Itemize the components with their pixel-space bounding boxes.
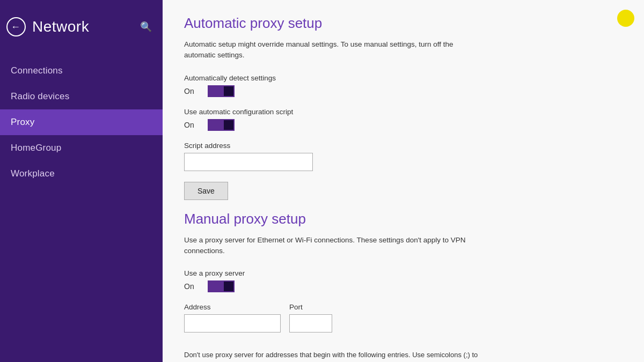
sidebar-item-workplace[interactable]: Workplace <box>0 161 163 187</box>
main-content: Automatic proxy setup Automatic setup mi… <box>163 0 644 362</box>
auto-detect-label: Automatically detect settings <box>184 74 623 82</box>
auto-config-toggle-row: On <box>184 119 623 131</box>
sidebar-item-connections[interactable]: Connections <box>0 58 163 84</box>
search-icon: 🔍 <box>140 21 152 32</box>
script-address-label: Script address <box>184 142 623 150</box>
sidebar-title: Network <box>32 18 89 35</box>
use-proxy-state: On <box>184 282 199 291</box>
save-button[interactable]: Save <box>184 182 228 200</box>
back-button[interactable]: ← <box>6 17 26 36</box>
auto-config-state: On <box>184 121 199 129</box>
script-address-field: Script address <box>184 142 623 171</box>
auto-config-toggle-thumb <box>224 120 233 130</box>
sidebar: ← Network 🔍 Connections Radio devices Pr… <box>0 0 163 362</box>
sidebar-header: ← Network 🔍 <box>0 0 163 54</box>
auto-config-toggle[interactable] <box>208 119 235 131</box>
use-proxy-toggle-thumb <box>224 282 233 291</box>
sidebar-item-radio-devices[interactable]: Radio devices <box>0 84 163 109</box>
sidebar-item-homegroup[interactable]: HomeGroup <box>0 135 163 161</box>
auto-detect-state: On <box>184 87 199 95</box>
auto-detect-setting: Automatically detect settings On <box>184 74 623 97</box>
auto-detect-toggle-row: On <box>184 85 623 97</box>
auto-config-setting: Use automatic configuration script On <box>184 108 623 131</box>
sidebar-nav: Connections Radio devices Proxy HomeGrou… <box>0 58 163 187</box>
auto-config-label: Use automatic configuration script <box>184 108 623 116</box>
automatic-section-desc: Automatic setup might override manual se… <box>184 39 485 61</box>
use-proxy-toggle-row: On <box>184 280 623 292</box>
address-port-row: Address Port <box>184 303 623 341</box>
manual-section-desc: Use a proxy server for Ethernet or Wi-Fi… <box>184 235 485 257</box>
automatic-section-title: Automatic proxy setup <box>184 15 623 32</box>
sidebar-item-proxy[interactable]: Proxy <box>0 109 163 135</box>
auto-detect-toggle[interactable] <box>208 85 235 97</box>
script-address-input[interactable] <box>184 153 313 171</box>
exceptions-note: Don't use proxy server for addresses tha… <box>184 350 485 362</box>
port-field: Port <box>289 303 332 333</box>
manual-proxy-section: Manual proxy setup Use a proxy server fo… <box>184 211 623 363</box>
use-proxy-toggle[interactable] <box>208 280 235 292</box>
address-input[interactable] <box>184 314 281 333</box>
back-arrow-icon: ← <box>11 22 20 32</box>
manual-section-title: Manual proxy setup <box>184 211 623 227</box>
address-label: Address <box>184 303 281 311</box>
auto-detect-toggle-thumb <box>224 86 233 96</box>
address-field: Address <box>184 303 281 333</box>
use-proxy-label: Use a proxy server <box>184 269 623 277</box>
port-input[interactable] <box>289 314 332 333</box>
use-proxy-setting: Use a proxy server On <box>184 269 623 292</box>
port-label: Port <box>289 303 332 311</box>
automatic-proxy-section: Automatic proxy setup Automatic setup mi… <box>184 15 623 200</box>
search-button[interactable]: 🔍 <box>138 19 154 35</box>
